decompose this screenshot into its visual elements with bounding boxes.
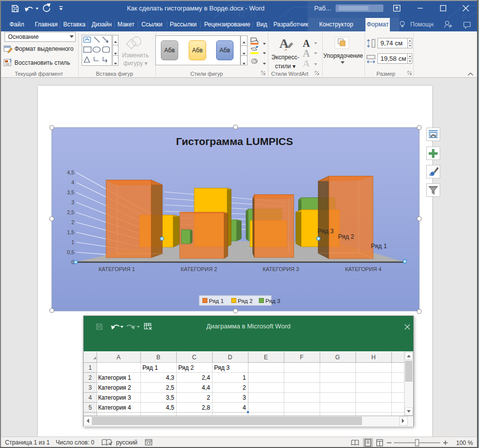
svg-text:4: 4 [89, 394, 92, 401]
svg-text:КАТЕГОРИЯ 2: КАТЕГОРИЯ 2 [181, 266, 217, 272]
svg-text:4,5: 4,5 [166, 404, 174, 411]
svg-text:Ряд 3: Ряд 3 [265, 298, 280, 304]
svg-text:Ряд 2: Ряд 2 [178, 364, 194, 371]
svg-text:0,5: 0,5 [67, 249, 74, 255]
svg-text:3,5: 3,5 [166, 394, 174, 401]
svg-text:4,3: 4,3 [166, 374, 174, 381]
svg-text:3: 3 [71, 199, 74, 205]
svg-text:А: А [279, 36, 289, 51]
svg-text:Ряд 3: Ряд 3 [214, 364, 230, 371]
svg-text:2,4: 2,4 [202, 374, 210, 381]
svg-text:3: 3 [89, 384, 92, 391]
svg-text:Ряд 2: Ряд 2 [338, 233, 354, 240]
svg-text:E: E [264, 354, 268, 361]
svg-text:1: 1 [71, 239, 74, 245]
svg-text:Ряд 2: Ряд 2 [238, 298, 253, 304]
svg-text:2: 2 [71, 219, 74, 225]
svg-text:А: А [303, 38, 310, 49]
svg-text:4: 4 [71, 179, 74, 185]
svg-text:Ряд 1: Ряд 1 [209, 298, 224, 304]
svg-text:Гистограмма LUMPICS: Гистограмма LUMPICS [176, 136, 293, 147]
svg-text:2,5: 2,5 [166, 384, 174, 391]
svg-text:КАТЕГОРИЯ 3: КАТЕГОРИЯ 3 [262, 266, 299, 272]
svg-text:Диаграмма в Microsoft Word: Диаграмма в Microsoft Word [207, 322, 291, 330]
svg-text:4,4: 4,4 [202, 384, 210, 391]
svg-text:Категория 4: Категория 4 [98, 404, 131, 411]
svg-text:2,8: 2,8 [202, 404, 210, 411]
svg-text:КАТЕГОРИЯ 1: КАТЕГОРИЯ 1 [99, 266, 135, 272]
svg-text:Категория 1: Категория 1 [98, 374, 131, 381]
svg-text:2: 2 [89, 374, 92, 381]
svg-text:Категория 3: Категория 3 [98, 394, 131, 401]
svg-text:А: А [303, 58, 310, 67]
svg-text:КАТЕГОРИЯ 4: КАТЕГОРИЯ 4 [345, 266, 381, 272]
svg-text:1: 1 [242, 374, 246, 381]
svg-text:2: 2 [242, 384, 246, 391]
svg-text:G: G [335, 354, 340, 361]
svg-text:А: А [303, 48, 310, 59]
svg-text:100 %: 100 % [456, 440, 473, 447]
svg-text:3: 3 [242, 394, 246, 401]
svg-text:A: A [117, 354, 120, 361]
svg-text:1,5: 1,5 [67, 229, 74, 235]
svg-text:2,5: 2,5 [67, 209, 74, 215]
svg-text:C: C [192, 354, 197, 361]
svg-text:4,5: 4,5 [67, 169, 74, 175]
svg-text:Ряд 1: Ряд 1 [371, 243, 387, 250]
svg-text:1: 1 [89, 364, 92, 371]
svg-text:Категория 2: Категория 2 [98, 384, 131, 391]
svg-text:F: F [300, 354, 303, 361]
svg-text:D: D [228, 354, 233, 361]
svg-text:H: H [371, 354, 376, 361]
svg-text:5: 5 [89, 404, 92, 411]
svg-text:Ряд 3: Ряд 3 [318, 228, 334, 235]
svg-text:Ряд 1: Ряд 1 [142, 364, 158, 371]
svg-text:2: 2 [207, 394, 210, 401]
svg-text:B: B [156, 354, 160, 361]
svg-text:3,5: 3,5 [67, 189, 74, 195]
svg-text:4: 4 [242, 404, 246, 411]
